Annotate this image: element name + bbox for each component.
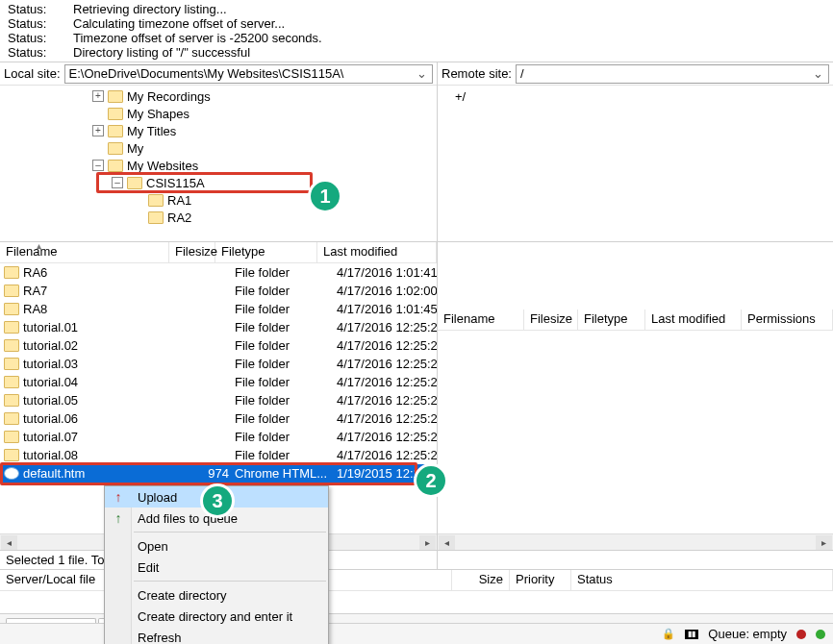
list-row[interactable]: tutorial.03File folder4/17/2016 12:25:23… xyxy=(0,355,437,373)
html-file-icon xyxy=(4,467,19,480)
list-row[interactable]: tutorial.06File folder4/17/2016 12:25:23… xyxy=(0,409,437,428)
folder-icon xyxy=(4,376,19,388)
local-site-bar: Local site: E:\OneDrive\Documents\My Web… xyxy=(0,62,437,86)
tree-item[interactable]: My xyxy=(127,141,143,156)
menu-open[interactable]: Open xyxy=(105,535,328,557)
file-name: tutorial.07 xyxy=(23,430,189,444)
file-name: tutorial.08 xyxy=(23,448,189,462)
list-row[interactable]: RA7File folder4/17/2016 1:02:00 ... xyxy=(0,282,437,300)
file-modified: 4/17/2016 1:02:00 ... xyxy=(337,284,437,298)
local-tree[interactable]: +My Recordings My Shapes +My Titles My –… xyxy=(0,86,437,241)
col-filesize[interactable]: Filesize xyxy=(169,242,215,262)
menu-refresh[interactable]: Refresh xyxy=(105,627,328,644)
remote-path-combo[interactable]: / ⌄ xyxy=(516,64,829,84)
col-filetype[interactable]: Filetype xyxy=(215,242,317,262)
remote-tree[interactable]: +/ xyxy=(438,86,833,241)
folder-icon xyxy=(4,303,19,315)
list-row[interactable]: tutorial.07File folder4/17/2016 12:25:23… xyxy=(0,428,437,446)
expand-icon[interactable]: + xyxy=(455,89,463,104)
file-type: Chrome HTML... xyxy=(235,466,337,481)
upload-queue-icon: ↑ xyxy=(111,510,126,526)
file-type: File folder xyxy=(235,448,337,462)
scroll-left-icon[interactable]: ◂ xyxy=(1,535,17,550)
file-type: File folder xyxy=(235,320,337,334)
file-type: File folder xyxy=(235,375,337,389)
file-type: File folder xyxy=(235,338,337,353)
folder-icon xyxy=(148,211,164,224)
horizontal-scrollbar[interactable]: ◂ ▸ xyxy=(438,533,833,550)
tree-item[interactable]: RA1 xyxy=(167,193,191,208)
remote-file-list[interactable]: Filename Filesize Filetype Last modified… xyxy=(438,241,833,550)
folder-icon xyxy=(4,449,19,461)
list-header[interactable]: Filename Filesize Filetype Last modified… xyxy=(438,310,833,331)
status-text: Retrieving directory listing... xyxy=(73,2,227,16)
folder-icon xyxy=(108,142,123,155)
folder-icon xyxy=(4,321,19,334)
list-row[interactable]: tutorial.04File folder4/17/2016 12:25:23… xyxy=(0,373,437,391)
col-filesize[interactable]: Filesize xyxy=(524,310,578,330)
folder-icon xyxy=(108,160,123,172)
expand-icon[interactable]: + xyxy=(92,90,104,102)
list-row[interactable]: tutorial.05File folder4/17/2016 12:25:23… xyxy=(0,391,437,409)
status-label: Status: xyxy=(8,2,52,16)
tree-item[interactable]: / xyxy=(463,89,467,104)
local-path-combo[interactable]: E:\OneDrive\Documents\My Websites\CSIS11… xyxy=(64,64,433,84)
file-modified: 4/17/2016 12:25:23... xyxy=(337,375,437,389)
local-site-label: Local site: xyxy=(4,66,61,81)
file-type: File folder xyxy=(235,411,337,426)
collapse-icon[interactable]: – xyxy=(112,177,123,188)
folder-icon xyxy=(4,394,19,407)
col-priority[interactable]: Priority xyxy=(510,570,571,590)
folder-icon xyxy=(148,194,164,207)
local-path-text: E:\OneDrive\Documents\My Websites\CSIS11… xyxy=(69,66,344,81)
file-name: tutorial.03 xyxy=(23,357,189,371)
chevron-down-icon[interactable]: ⌄ xyxy=(415,66,428,81)
tree-item[interactable]: RA2 xyxy=(167,211,191,225)
list-row[interactable]: tutorial.01File folder4/17/2016 12:25:24… xyxy=(0,318,437,336)
tree-item[interactable]: My Titles xyxy=(127,124,176,138)
tree-item[interactable]: My Websites xyxy=(127,159,198,173)
scroll-right-icon[interactable]: ▸ xyxy=(816,535,832,550)
folder-icon xyxy=(127,177,142,189)
col-filetype[interactable]: Filetype xyxy=(578,310,645,330)
list-row[interactable]: tutorial.08File folder4/17/2016 12:25:23… xyxy=(0,446,437,464)
remote-site-bar: Remote site: / ⌄ xyxy=(438,62,833,86)
chevron-down-icon[interactable]: ⌄ xyxy=(811,66,824,81)
col-modified[interactable]: Last modified xyxy=(317,242,437,262)
annotation-badge-2: 2 xyxy=(414,463,448,498)
file-type: File folder xyxy=(235,284,337,298)
file-size: 974 xyxy=(189,466,235,481)
menu-create-directory-enter[interactable]: Create directory and enter it xyxy=(105,606,328,627)
file-type: File folder xyxy=(235,302,337,316)
col-permissions[interactable]: Permissions xyxy=(742,310,833,330)
tree-item[interactable]: My Shapes xyxy=(127,107,189,121)
remote-path-text: / xyxy=(520,66,524,81)
list-header[interactable]: Filename▴ Filesize Filetype Last modifie… xyxy=(0,242,437,263)
expand-icon[interactable]: + xyxy=(92,125,104,136)
col-filename[interactable]: Filename xyxy=(438,310,524,330)
menu-create-directory[interactable]: Create directory xyxy=(105,584,328,606)
tree-item-selected[interactable]: CSIS115A xyxy=(146,176,205,190)
menu-edit[interactable]: Edit xyxy=(105,557,328,578)
list-row[interactable]: RA6File folder4/17/2016 1:01:41 ... xyxy=(0,263,437,282)
col-size[interactable]: Size xyxy=(452,570,510,590)
col-status[interactable]: Status xyxy=(571,570,833,590)
folder-icon xyxy=(108,125,123,137)
folder-icon xyxy=(4,339,19,352)
file-type: File folder xyxy=(235,265,337,280)
list-row[interactable]: tutorial.02File folder4/17/2016 12:25:23… xyxy=(0,336,437,355)
tree-item[interactable]: My Recordings xyxy=(127,89,211,104)
upload-icon: ↑ xyxy=(111,489,126,505)
file-name: RA6 xyxy=(23,265,189,280)
list-row[interactable]: default.htm974Chrome HTML...1/19/2015 12… xyxy=(0,464,437,483)
folder-icon xyxy=(4,358,19,370)
col-modified[interactable]: Last modified xyxy=(645,310,742,330)
col-filename[interactable]: Filename xyxy=(6,244,57,259)
collapse-icon[interactable]: – xyxy=(92,160,104,171)
scroll-right-icon[interactable]: ▸ xyxy=(419,535,436,550)
file-name: tutorial.04 xyxy=(23,375,189,389)
file-modified: 4/17/2016 12:25:23... xyxy=(337,411,437,426)
list-row[interactable]: RA8File folder4/17/2016 1:01:45 ... xyxy=(0,300,437,318)
menu-separator xyxy=(134,532,326,533)
scroll-left-icon[interactable]: ◂ xyxy=(439,535,455,550)
